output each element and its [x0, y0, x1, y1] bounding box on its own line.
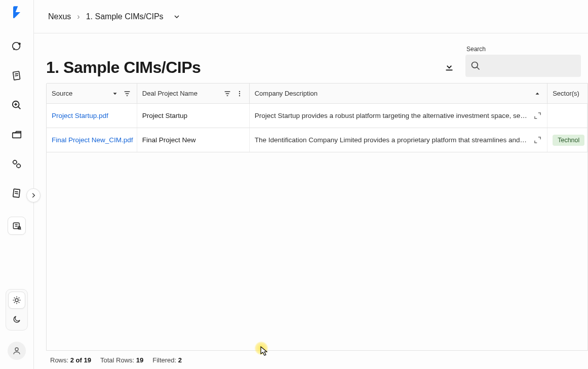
svg-point-42: [239, 95, 240, 96]
expand-icon[interactable]: [533, 111, 542, 120]
breadcrumb-current[interactable]: 1. Sample CIMs/CIPs: [86, 12, 164, 21]
user-avatar[interactable]: [8, 342, 26, 360]
breadcrumb-dropdown[interactable]: [172, 12, 182, 22]
note-icon[interactable]: [11, 70, 23, 82]
table-row[interactable]: Final Project New_CIM.pdf Final Project …: [47, 128, 587, 152]
desc-cell: Project Startup provides a robust platfo…: [255, 112, 528, 119]
col-deal[interactable]: Deal Project Name: [142, 90, 198, 97]
svg-line-3: [15, 73, 18, 74]
svg-point-20: [15, 299, 18, 302]
theme-toggle: [6, 289, 28, 331]
download-button[interactable]: [442, 60, 456, 74]
svg-rect-12: [13, 189, 20, 197]
chat-icon[interactable]: [11, 40, 23, 53]
svg-rect-9: [13, 133, 21, 138]
svg-line-25: [14, 298, 15, 299]
search-input[interactable]: [485, 62, 576, 70]
sector-tag[interactable]: Technol: [553, 135, 584, 146]
svg-point-29: [15, 348, 18, 351]
svg-line-27: [14, 302, 15, 303]
desc-cell: The Identification Company Limited provi…: [255, 136, 528, 144]
svg-line-28: [19, 298, 20, 299]
col-desc[interactable]: Company Description: [255, 90, 318, 97]
page-title: 1. Sample CIMs/CIPs: [46, 58, 201, 77]
svg-line-14: [15, 193, 18, 194]
svg-rect-30: [446, 70, 453, 71]
expand-icon[interactable]: [533, 136, 542, 145]
theme-dark-button[interactable]: [8, 311, 25, 328]
svg-point-10: [13, 160, 17, 164]
topbar: Nexus › 1. Sample CIMs/CIPs: [34, 0, 588, 33]
svg-point-1: [18, 43, 21, 45]
filter-icon[interactable]: [123, 89, 132, 98]
settings-gears-icon[interactable]: [11, 158, 23, 170]
theme-light-button[interactable]: [8, 292, 25, 309]
svg-line-19: [20, 229, 21, 230]
search-box[interactable]: [465, 55, 581, 77]
sort-dropdown-icon[interactable]: [110, 89, 120, 98]
svg-line-6: [18, 107, 21, 109]
filter-icon[interactable]: [223, 89, 232, 98]
svg-marker-33: [113, 93, 116, 95]
column-menu-icon[interactable]: [235, 89, 244, 98]
svg-point-31: [472, 62, 478, 68]
deal-cell: Project Startup: [137, 104, 250, 128]
svg-line-4: [15, 75, 18, 76]
library-icon[interactable]: [8, 217, 26, 235]
svg-line-26: [19, 302, 20, 303]
deal-cell: Final Project New: [137, 128, 250, 152]
data-grid: Source Deal Project Name: [46, 83, 588, 351]
col-source[interactable]: Source: [52, 90, 72, 97]
search-label: Search: [465, 46, 581, 53]
source-link[interactable]: Final Project New_CIM.pdf: [52, 136, 133, 144]
app-logo[interactable]: [9, 4, 25, 20]
svg-point-11: [17, 164, 20, 168]
svg-marker-43: [536, 92, 539, 94]
breadcrumb-root[interactable]: Nexus: [48, 12, 71, 21]
col-sector[interactable]: Sector(s): [553, 90, 579, 97]
svg-point-40: [239, 91, 240, 92]
grid-footer: Rows: 2 of 19 Total Rows: 19 Filtered: 2: [46, 351, 588, 369]
zoom-in-icon[interactable]: [11, 99, 23, 111]
source-link[interactable]: Project Startup.pdf: [52, 112, 108, 119]
sort-asc-icon[interactable]: [533, 89, 542, 98]
search-icon: [471, 61, 481, 71]
document-icon[interactable]: [11, 187, 23, 199]
left-rail: [0, 0, 34, 369]
sector-cell: [547, 104, 587, 128]
svg-line-13: [15, 191, 18, 192]
folder-icon[interactable]: [11, 129, 23, 141]
expand-rail-button[interactable]: [26, 188, 41, 202]
grid-header: Source Deal Project Name: [47, 84, 587, 104]
chevron-right-icon: ›: [77, 12, 80, 21]
sector-cell: Technol: [547, 128, 587, 152]
table-row[interactable]: Project Startup.pdf Project Startup Proj…: [47, 104, 587, 128]
svg-point-41: [239, 93, 240, 94]
svg-line-32: [477, 67, 480, 70]
